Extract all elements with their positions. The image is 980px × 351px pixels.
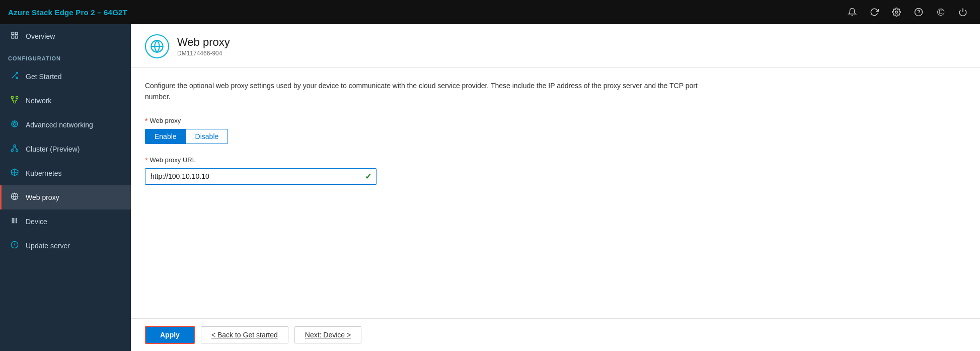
sidebar-item-network[interactable]: Network [0,89,131,113]
sidebar-item-device[interactable]: Device [0,209,131,234]
toggle-group: Enable Disable [145,129,966,144]
web-proxy-label: * Web proxy [145,117,966,125]
overview-icon [10,31,20,41]
help-icon[interactable] [910,3,928,21]
app-title: Azure Stack Edge Pro 2 – 64G2T [8,8,127,17]
svg-line-27 [15,147,17,149]
sidebar-update-server-label: Update server [26,242,70,250]
title-bar: Azure Stack Edge Pro 2 – 64G2T © [0,0,980,24]
sidebar-overview-label: Overview [26,32,55,40]
sidebar-item-cluster[interactable]: Cluster (Preview) [0,137,131,161]
svg-rect-6 [15,36,18,38]
svg-point-23 [14,145,16,147]
svg-line-16 [15,100,17,101]
url-label: * Web proxy URL [145,156,966,164]
content-scroll: Web proxy DM1174466-904 Configure the op… [131,24,980,318]
sidebar-item-web-proxy[interactable]: Web proxy [0,185,131,209]
refresh-icon[interactable] [865,3,883,21]
sidebar-network-label: Network [26,97,51,105]
svg-rect-10 [11,96,13,98]
sidebar-advanced-networking-label: Advanced networking [26,121,93,129]
url-form-group: * Web proxy URL ✓ [145,156,966,185]
sidebar-kubernetes-label: Kubernetes [26,169,62,177]
svg-rect-4 [12,32,14,35]
url-required-star: * [145,156,147,164]
web-proxy-toggle-group: * Web proxy Enable Disable [145,117,966,144]
power-icon[interactable] [954,3,972,21]
sidebar-device-label: Device [26,218,47,226]
form-description: Configure the optional web proxy setting… [145,80,699,103]
sidebar-section-configuration: CONFIGURATION [0,48,131,64]
url-input-wrapper: ✓ [145,168,376,185]
page-title: Web proxy [177,36,230,49]
get-started-icon [10,72,20,82]
page-subtitle: DM1174466-904 [177,50,230,57]
apply-button[interactable]: Apply [145,326,195,344]
page-header-icon [145,34,169,58]
sidebar-item-get-started[interactable]: Get Started [0,64,131,89]
settings-icon[interactable] [887,3,906,21]
title-bar-icons: © [843,3,972,21]
kubernetes-icon [10,168,20,178]
sidebar-item-overview[interactable]: Overview [0,24,131,48]
required-star: * [145,117,147,125]
svg-line-15 [12,100,15,101]
page-header: Web proxy DM1174466-904 [131,24,980,68]
content-area: Web proxy DM1174466-904 Configure the op… [131,24,980,351]
sidebar-get-started-label: Get Started [26,73,62,81]
svg-point-25 [16,150,18,152]
svg-rect-11 [16,96,18,98]
sidebar-cluster-label: Cluster (Preview) [26,145,80,153]
update-icon [10,241,20,251]
copyright-icon[interactable]: © [932,3,950,21]
sidebar: Overview CONFIGURATION Get Started Netwo… [0,24,131,351]
svg-rect-12 [14,101,16,103]
url-checkmark-icon: ✓ [365,172,371,181]
sidebar-item-kubernetes[interactable]: Kubernetes [0,161,131,185]
enable-toggle[interactable]: Enable [145,129,186,144]
network-icon [10,96,20,106]
svg-point-17 [13,122,16,125]
svg-point-0 [895,11,898,14]
bell-icon[interactable] [843,3,861,21]
disable-toggle[interactable]: Disable [186,129,229,144]
next-button[interactable]: Next: Device > [294,326,361,343]
sidebar-item-advanced-networking[interactable]: Advanced networking [0,113,131,137]
device-icon [10,217,20,227]
svg-rect-5 [15,32,18,35]
url-input[interactable] [145,168,376,185]
svg-point-24 [11,150,13,152]
page-header-text: Web proxy DM1174466-904 [177,36,230,57]
sidebar-item-update-server[interactable]: Update server [0,234,131,258]
main-layout: Overview CONFIGURATION Get Started Netwo… [0,24,980,351]
advanced-network-icon [10,120,20,130]
cluster-icon [10,144,20,154]
sidebar-web-proxy-label: Web proxy [26,193,59,201]
form-area: Configure the optional web proxy setting… [131,68,980,209]
action-bar: Apply < Back to Get started Next: Device… [131,318,980,351]
svg-line-26 [12,147,15,149]
back-button[interactable]: < Back to Get started [201,326,288,343]
svg-rect-7 [12,36,14,38]
web-proxy-icon [10,192,20,202]
